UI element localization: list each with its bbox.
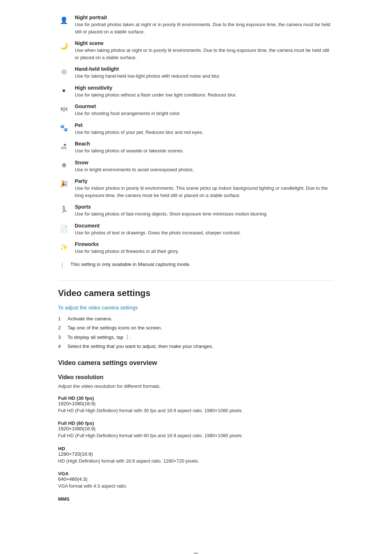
- scene-desc-party: Use for indoor photos in poorly lit envi…: [75, 185, 334, 199]
- res-title-hd: HD: [58, 446, 334, 451]
- res-subtitle-hd: 1280×720(16:9): [58, 451, 334, 457]
- scene-desc-gourmet: Use for shooting food arrangements in br…: [75, 110, 181, 117]
- scene-title-snow: Snow: [75, 160, 194, 165]
- resolution-entry-hd: HD1280×720(16:9)HD (High Definition) for…: [58, 446, 334, 465]
- scene-item-high-sensitivity: ● High sensitivity Use for taking photos…: [58, 85, 334, 99]
- scene-content-gourmet: Gourmet Use for shooting food arrangemen…: [75, 103, 181, 117]
- res-desc-full-hd-30: Full HD (Full High Definition) format wi…: [58, 407, 334, 414]
- scene-desc-fireworks: Use for taking photos of fireworks in al…: [75, 248, 179, 255]
- scene-title-document: Document: [75, 223, 241, 229]
- scene-content-document: Document Use for photos of text or drawi…: [75, 223, 241, 237]
- scene-content-night-portrait: Night portrait Use for portrait photos t…: [75, 15, 334, 35]
- scene-content-sports: Sports Use for taking photos of fast-mov…: [75, 204, 268, 218]
- resolution-entry-full-hd-60: Full HD (60 fps)1920×1080(16:9)Full HD (…: [58, 420, 334, 439]
- scene-desc-sports: Use for taking photos of fast-moving obj…: [75, 210, 268, 218]
- step-text-1: Activate the camera.: [68, 315, 112, 323]
- scene-title-gourmet: Gourmet: [75, 103, 181, 109]
- res-subtitle-full-hd-30: 1920×1080(16:9): [58, 401, 334, 406]
- res-title-vga: VGA: [58, 471, 334, 476]
- resolution-entry-mms: MMS: [58, 496, 334, 502]
- resolution-entry-vga: VGA640×480(4:3)VGA format with 4:3 aspec…: [58, 471, 334, 490]
- scene-icon-document: 📄: [58, 223, 70, 234]
- scene-desc-beach: Use for taking photos of seaside or lake…: [75, 147, 184, 155]
- step-2: 2 Tap one of the settings icons on the s…: [58, 324, 334, 332]
- scene-icon-fireworks: ✨: [58, 241, 70, 253]
- scene-item-party: 🎉 Party Use for indoor photos in poorly …: [58, 178, 334, 199]
- step-1: 1 Activate the camera.: [58, 315, 334, 323]
- step-text-2: Tap one of the settings icons on the scr…: [68, 324, 162, 332]
- divider-1: [58, 280, 334, 281]
- scene-item-night-portrait: 👤 Night portrait Use for portrait photos…: [58, 15, 334, 35]
- scene-item-sports: 🏃 Sports Use for taking photos of fast-m…: [58, 204, 334, 218]
- resolution-entry-full-hd-30: Full HD (30 fps)1920×1080(16:9)Full HD (…: [58, 395, 334, 414]
- scene-desc-hand-held-twilight: Use for taking hand-held low-light photo…: [75, 73, 220, 80]
- scene-content-high-sensitivity: High sensitivity Use for taking photos w…: [75, 85, 237, 99]
- scene-desc-night-portrait: Use for portrait photos taken at night o…: [75, 21, 334, 35]
- scene-item-snow: ❄ Snow Use in bright environments to avo…: [58, 160, 334, 173]
- scene-icon-pet: 🐾: [58, 122, 70, 134]
- scene-icon-snow: ❄: [58, 160, 70, 171]
- res-title-full-hd-60: Full HD (60 fps): [58, 420, 334, 426]
- scene-title-pet: Pet: [75, 122, 203, 128]
- step-num-2: 2: [58, 324, 64, 332]
- scene-icon-high-sensitivity: ●: [58, 85, 70, 97]
- scene-title-hand-held-twilight: Hand-held twilight: [75, 66, 220, 72]
- step-num-3: 3: [58, 333, 64, 341]
- video-camera-title: Video camera settings: [58, 288, 334, 298]
- scene-item-beach: 🏖 Beach Use for taking photos of seaside…: [58, 141, 334, 155]
- scene-icon-night-scene: 🌙: [58, 40, 70, 52]
- scene-content-pet: Pet Use for taking photos of your pet. R…: [75, 122, 203, 136]
- scene-item-gourmet: 🍽 Gourmet Use for shooting food arrangem…: [58, 103, 334, 117]
- scene-title-fireworks: Fireworks: [75, 241, 179, 247]
- step-num-4: 4: [58, 342, 64, 350]
- scene-desc-document: Use for photos of text or drawings. Give…: [75, 229, 241, 237]
- scene-item-document: 📄 Document Use for photos of text or dra…: [58, 223, 334, 237]
- scene-title-beach: Beach: [75, 141, 184, 147]
- scene-item-fireworks: ✨ Fireworks Use for taking photos of fir…: [58, 241, 334, 255]
- step-3: 3 To display all settings, tap ⋮.: [58, 333, 334, 341]
- res-desc-hd: HD (High Definition) format with 16:9 as…: [58, 457, 334, 465]
- res-title-full-hd-30: Full HD (30 fps): [58, 395, 334, 401]
- resolution-title: Video resolution: [58, 374, 334, 381]
- overview-title: Video camera settings overview: [58, 359, 334, 367]
- res-desc-vga: VGA format with 4:3 aspect ratio.: [58, 483, 334, 490]
- link-heading[interactable]: To adjust the video camera settings: [58, 305, 334, 311]
- scene-item-hand-held-twilight: ⊙ Hand-held twilight Use for taking hand…: [58, 66, 334, 80]
- res-desc-full-hd-60: Full HD (Full High Definition) format wi…: [58, 432, 334, 439]
- scene-content-fireworks: Fireworks Use for taking photos of firew…: [75, 241, 179, 255]
- scene-desc-high-sensitivity: Use for taking photos without a flash un…: [75, 91, 237, 99]
- resolution-desc: Adjust the video resolution for differen…: [58, 383, 334, 389]
- step-text-4: Select the setting that you want to adju…: [68, 342, 213, 350]
- resolutions-container: Full HD (30 fps)1920×1080(16:9)Full HD (…: [58, 395, 334, 502]
- scene-content-beach: Beach Use for taking photos of seaside o…: [75, 141, 184, 155]
- step-text-3: To display all settings, tap ⋮.: [68, 333, 131, 341]
- scene-icon-party: 🎉: [58, 178, 70, 190]
- page-footer: 75 This is an Internet version of this p…: [0, 545, 392, 554]
- scene-item-night-scene: 🌙 Night scene Use when taking photos at …: [58, 40, 334, 61]
- res-subtitle-full-hd-60: 1920×1080(16:9): [58, 426, 334, 431]
- scene-icon-hand-held-twilight: ⊙: [58, 66, 70, 78]
- step-4: 4 Select the setting that you want to ad…: [58, 342, 334, 350]
- scene-title-party: Party: [75, 178, 334, 184]
- note-text: This setting is only available in Manual…: [70, 262, 191, 267]
- scene-content-night-scene: Night scene Use when taking photos at ni…: [75, 40, 334, 61]
- note-box: ❕ This setting is only available in Manu…: [58, 262, 334, 270]
- scene-desc-pet: Use for taking photos of your pet. Reduc…: [75, 129, 203, 136]
- scene-desc-snow: Use in bright environments to avoid over…: [75, 166, 194, 173]
- res-title-mms: MMS: [58, 496, 334, 502]
- scene-icon-night-portrait: 👤: [58, 15, 70, 26]
- step-num-1: 1: [58, 315, 64, 323]
- scene-icon-gourmet: 🍽: [58, 103, 70, 115]
- page-content: 👤 Night portrait Use for portrait photos…: [0, 0, 392, 530]
- scene-title-night-scene: Night scene: [75, 40, 334, 46]
- scene-content-party: Party Use for indoor photos in poorly li…: [75, 178, 334, 199]
- scene-item-pet: 🐾 Pet Use for taking photos of your pet.…: [58, 122, 334, 136]
- res-subtitle-vga: 640×480(4:3): [58, 476, 334, 482]
- scene-title-sports: Sports: [75, 204, 268, 210]
- scene-icon-sports: 🏃: [58, 204, 70, 216]
- scene-title-night-portrait: Night portrait: [75, 15, 334, 20]
- scene-title-high-sensitivity: High sensitivity: [75, 85, 237, 91]
- scene-content-hand-held-twilight: Hand-held twilight Use for taking hand-h…: [75, 66, 220, 80]
- scene-desc-night-scene: Use when taking photos at night or in po…: [75, 47, 334, 61]
- note-icon: ❕: [58, 262, 66, 270]
